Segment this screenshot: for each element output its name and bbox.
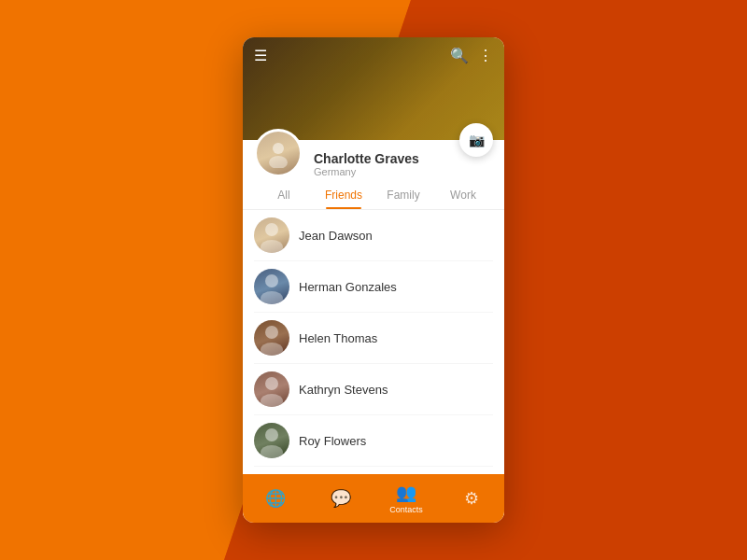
contact-name: Herman Gonzales [299, 280, 397, 294]
svg-point-5 [261, 291, 283, 304]
profile-name: Charlotte Graves [314, 151, 419, 166]
svg-point-1 [269, 156, 288, 168]
avatar [254, 129, 303, 177]
header-icons: ☰ 🔍 ⋮ [243, 47, 504, 64]
globe-icon: 🌐 [265, 488, 286, 509]
contact-avatar [254, 423, 289, 458]
contact-avatar [254, 320, 289, 356]
contacts-icon: 👥 [396, 483, 416, 503]
svg-point-11 [261, 445, 283, 458]
nav-item-messages[interactable]: 💬 [308, 488, 374, 509]
contact-avatar [254, 269, 289, 304]
settings-icon: ⚙ [464, 488, 479, 509]
contact-item[interactable]: Roy Flowers [243, 415, 504, 466]
svg-point-7 [261, 343, 283, 356]
contact-item[interactable]: Jean Dawson [243, 210, 504, 260]
tab-family[interactable]: Family [374, 181, 433, 209]
profile-info: Charlotte Graves Germany [314, 151, 419, 177]
tab-all[interactable]: All [254, 181, 314, 209]
tabs-bar: All Friends Family Work [243, 181, 504, 210]
contact-item[interactable]: Herman Gonzales [243, 261, 504, 312]
svg-point-9 [261, 394, 283, 407]
contacts-nav-label: Contacts [389, 505, 423, 514]
svg-point-3 [261, 240, 283, 253]
contact-name: Kathryn Stevens [299, 383, 388, 397]
more-icon[interactable]: ⋮ [478, 47, 493, 64]
nav-item-globe[interactable]: 🌐 [243, 488, 308, 509]
contact-item[interactable]: Helen Thomas [243, 313, 504, 363]
profile-avatar-wrap [254, 129, 303, 177]
svg-point-4 [265, 274, 278, 287]
profile-location: Germany [314, 166, 419, 177]
messages-icon: 💬 [331, 488, 351, 509]
search-icon[interactable]: 🔍 [450, 47, 469, 64]
tab-friends[interactable]: Friends [314, 181, 374, 209]
contact-avatar [254, 371, 289, 407]
tab-work[interactable]: Work [433, 181, 493, 209]
bottom-nav: 🌐 💬 👥 Contacts ⚙ [243, 474, 504, 523]
contact-name: Roy Flowers [299, 434, 366, 448]
contact-name: Jean Dawson [299, 229, 373, 243]
nav-item-settings[interactable]: ⚙ [439, 488, 504, 509]
avatar-svg [263, 138, 293, 168]
contact-avatar [254, 217, 289, 253]
phone-card: ☰ 🔍 ⋮ Charlotte Graves Germany 📷 All Fri… [243, 37, 504, 523]
profile-section: Charlotte Graves Germany 📷 [243, 140, 504, 181]
svg-point-6 [265, 326, 278, 339]
camera-button[interactable]: 📷 [459, 123, 493, 157]
phone-header: ☰ 🔍 ⋮ [243, 37, 504, 140]
menu-icon[interactable]: ☰ [254, 47, 267, 64]
svg-point-2 [265, 223, 278, 236]
nav-item-contacts[interactable]: 👥 Contacts [374, 483, 439, 514]
contact-item[interactable]: Kathryn Stevens [243, 364, 504, 414]
svg-point-10 [265, 428, 278, 441]
svg-point-8 [265, 377, 278, 390]
contacts-list: Jean Dawson Herman Gonzales Helen Thomas… [243, 210, 504, 518]
svg-point-0 [273, 143, 284, 154]
contact-name: Helen Thomas [299, 331, 377, 345]
header-right-icons: 🔍 ⋮ [450, 47, 493, 64]
